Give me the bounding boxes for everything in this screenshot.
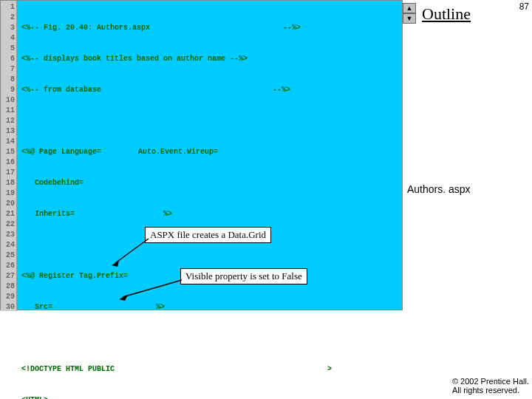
line-gutter: 1 2 3 4 5 6 7 8 9 10 11 12 13 14 15 16 1… [1,1,17,311]
line-number: 27 [1,271,15,282]
line-number: 9 [1,85,15,95]
line-number: 11 [1,106,15,116]
svg-marker-1 [112,261,119,267]
line-number: 17 [1,168,15,178]
outline-link[interactable]: Outline [422,4,471,24]
line-number: 4 [1,33,15,44]
arrow-icon [112,237,156,267]
line-number: 18 [1,178,15,188]
line-number: 3 [1,23,15,33]
file-caption: Authors. aspx [407,183,471,195]
line-number: 24 [1,240,15,250]
line-number: 16 [1,157,15,168]
code-body: <%-- Fig. 20.40: Authors.aspx--%> <%-- d… [21,2,358,399]
scroll-buttons: ▲ ▼ [403,3,416,24]
sidebar: ▲ ▼ Outline 87 Authors. aspx © 2002 Pren… [403,0,532,399]
line-number: 30 [1,302,15,313]
annotation-datagrid: ASPX file creates a Data.Grid [145,227,271,243]
annotation-visible: Visible property is set to False [180,268,307,284]
line-number: 8 [1,75,15,85]
code-pane: 1 2 3 4 5 6 7 8 9 10 11 12 13 14 15 16 1… [0,0,403,310]
line-number: 1 [1,2,15,13]
line-number: 19 [1,188,15,199]
line-number: 12 [1,116,15,126]
line-number: 5 [1,44,15,54]
line-number: 2 [1,13,15,23]
line-number: 25 [1,250,15,261]
line-number: 26 [1,261,15,271]
line-number: 13 [1,126,15,137]
line-number: 6 [1,54,15,64]
svg-line-2 [123,280,182,297]
line-number: 14 [1,137,15,147]
svg-line-0 [115,239,149,263]
scroll-down-button[interactable]: ▼ [403,13,416,24]
arrow-icon [119,279,185,301]
line-number: 15 [1,147,15,157]
line-number: 29 [1,292,15,302]
line-number: 21 [1,209,15,219]
line-number: 10 [1,95,15,106]
line-number: 28 [1,282,15,292]
line-number: 20 [1,199,15,209]
line-number: 22 [1,219,15,230]
svg-marker-3 [119,295,128,301]
line-number: 23 [1,230,15,240]
scroll-up-button[interactable]: ▲ [403,3,416,13]
slide-number: 87 [519,1,529,12]
line-number: 7 [1,64,15,75]
copyright: © 2002 Prentice Hall. All rights reserve… [452,377,529,395]
